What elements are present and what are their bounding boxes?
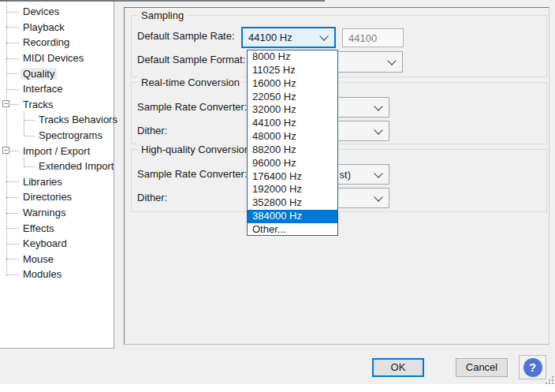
sidebar-item-keyboard[interactable]: Keyboard [0, 236, 114, 252]
dropdown-option[interactable]: 44100 Hz [248, 117, 337, 130]
dropdown-option[interactable]: 192000 Hz [248, 183, 337, 196]
sidebar-item-label: Recording [20, 36, 72, 48]
dropdown-option[interactable]: 32000 Hz [248, 103, 337, 117]
sidebar-item-label: Import / Export [20, 145, 92, 157]
sidebar-item-spectrograms[interactable]: Spectrograms [0, 128, 114, 144]
settings-tree: Devices Playback Recording MIDI Devices … [0, 0, 114, 349]
realtime-dither-label: Dither: [137, 125, 167, 136]
sidebar-item-modules[interactable]: Modules [0, 267, 114, 282]
sidebar-item-label: Quality [20, 68, 57, 80]
default-sample-rate-combobox[interactable]: 44100 Hz [241, 27, 336, 48]
sidebar-item-label: Keyboard [20, 237, 69, 249]
highquality-group-title: High-quality Conversion [138, 144, 253, 155]
resize-grip[interactable] [546, 375, 553, 383]
sidebar-item-label: Libraries [20, 176, 65, 188]
chevron-down-icon [387, 56, 396, 65]
chevron-down-icon [374, 192, 382, 201]
sample-rate-other-input[interactable] [342, 28, 404, 47]
chevron-down-icon [374, 102, 382, 110]
sidebar-item-label: Tracks Behaviors [36, 114, 120, 125]
quality-settings-panel: Sampling Default Sample Rate: Default Sa… [124, 7, 549, 345]
sidebar-item-mouse[interactable]: Mouse [0, 252, 114, 267]
default-sample-format-label: Default Sample Format: [137, 54, 245, 65]
dropdown-option[interactable]: 352800 Hz [248, 196, 337, 210]
sidebar-item-libraries[interactable]: Libraries [0, 174, 114, 190]
chevron-down-icon [374, 169, 382, 177]
preferences-dialog: Devices Playback Recording MIDI Devices … [0, 0, 555, 392]
sidebar-item-label: Modules [20, 268, 64, 280]
highquality-dither-label: Dither: [137, 192, 167, 203]
sidebar-item-label: Tracks [20, 99, 56, 110]
sidebar-item-label: Mouse [20, 253, 56, 265]
sidebar-item-devices[interactable]: Devices [0, 4, 114, 20]
sidebar-item-quality[interactable]: Quality [0, 65, 114, 81]
sidebar-item-import-export[interactable]: − Import / Export [0, 143, 114, 159]
sampling-group-title: Sampling [138, 9, 187, 21]
dropdown-option[interactable]: Other... [248, 223, 337, 237]
chevron-down-icon [319, 32, 328, 40]
sidebar-item-label: Devices [20, 6, 61, 17]
collapse-icon[interactable]: − [2, 100, 9, 107]
combobox-value-fragment: st) [340, 169, 351, 181]
dropdown-option[interactable]: 88200 Hz [248, 144, 337, 157]
sidebar-item-label: MIDI Devices [20, 52, 86, 64]
sample-rate-dropdown-list: 8000 Hz 11025 Hz 16000 Hz 22050 Hz 32000… [247, 50, 338, 236]
realtime-group-title: Real-time Conversion [138, 77, 243, 88]
sidebar-item-tracks-behaviors[interactable]: Tracks Behaviors [0, 112, 114, 128]
realtime-converter-label: Sample Rate Converter: [137, 101, 247, 113]
dropdown-option[interactable]: 48000 Hz [248, 130, 337, 144]
sidebar-item-label: Spectrograms [36, 129, 105, 141]
sidebar-item-label: Warnings [20, 207, 68, 218]
sidebar-item-tracks[interactable]: − Tracks [0, 97, 114, 113]
sidebar-item-label: Interface [20, 83, 65, 95]
sidebar-item-warnings[interactable]: Warnings [0, 205, 114, 221]
dropdown-option[interactable]: 96000 Hz [248, 157, 337, 170]
dropdown-option[interactable]: 22050 Hz [248, 91, 337, 104]
sidebar-item-label: Extended Import [36, 160, 116, 172]
default-sample-rate-label: Default Sample Rate: [137, 30, 235, 42]
sidebar-item-label: Effects [20, 222, 57, 234]
sidebar-item-recording[interactable]: Recording [0, 35, 114, 50]
dropdown-option[interactable]: 11025 Hz [248, 64, 337, 77]
sidebar-item-effects[interactable]: Effects [0, 220, 114, 236]
sidebar-item-directories[interactable]: Directories [0, 189, 114, 205]
ok-button[interactable]: OK [372, 358, 424, 377]
sidebar-item-label: Playback [20, 21, 67, 33]
sidebar-item-playback[interactable]: Playback [0, 20, 114, 35]
dropdown-option[interactable]: 176400 Hz [248, 170, 337, 184]
combobox-value: 44100 Hz [248, 32, 292, 43]
sidebar-item-midi-devices[interactable]: MIDI Devices [0, 50, 114, 66]
dropdown-option[interactable]: 16000 Hz [248, 77, 337, 91]
cancel-button[interactable]: Cancel [456, 358, 508, 377]
dropdown-option[interactable]: 8000 Hz [248, 50, 337, 64]
highquality-converter-label: Sample Rate Converter: [137, 168, 247, 180]
chevron-down-icon [374, 125, 382, 134]
help-button[interactable]: ? [519, 355, 546, 379]
collapse-icon[interactable]: − [2, 147, 9, 154]
dropdown-option-highlighted[interactable]: 384000 Hz [248, 210, 337, 223]
help-icon: ? [523, 358, 542, 377]
sidebar-item-extended-import[interactable]: Extended Import [0, 159, 114, 174]
sidebar-item-interface[interactable]: Interface [0, 81, 114, 97]
sidebar-item-label: Directories [20, 191, 74, 203]
